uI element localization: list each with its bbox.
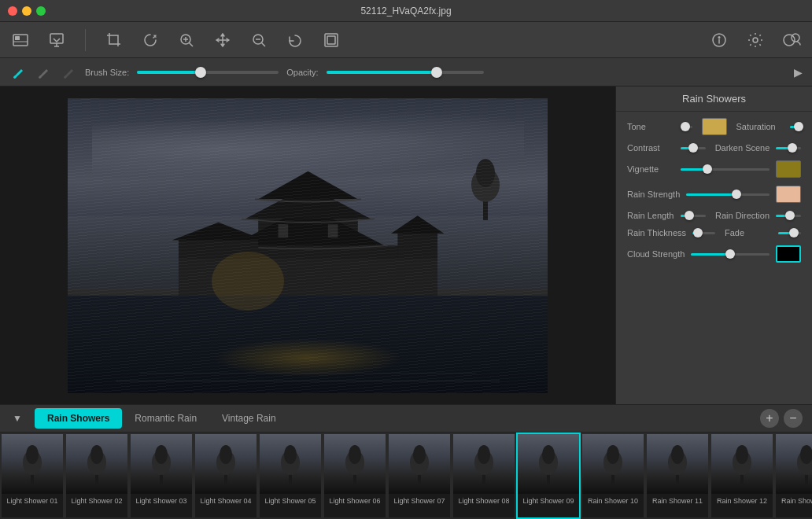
contrast-slider[interactable] [681, 147, 706, 149]
thumbnail-label: Light Shower 02 [66, 494, 127, 517]
rain-thickness-label: Rain Thickness [627, 228, 686, 237]
zoom-in-icon[interactable] [175, 29, 197, 51]
tone-swatch[interactable] [702, 118, 727, 135]
thumbnail-item[interactable]: Rain Shower 10 [581, 432, 645, 519]
heal-icon[interactable] [139, 29, 161, 51]
brush-3-icon[interactable] [60, 64, 77, 81]
traffic-lights [8, 6, 46, 16]
tab-vintage-rain[interactable]: Vintage Rain [209, 408, 289, 429]
thumbnail-item[interactable]: Rain Shower 11 [645, 432, 710, 519]
move-icon[interactable] [212, 29, 234, 51]
cloud-strength-slider[interactable] [691, 253, 770, 256]
rain-thickness-slider[interactable] [692, 232, 715, 234]
thumbnail-label: Light Shower 04 [195, 494, 257, 517]
zoom-out-icon[interactable] [248, 29, 270, 51]
brush-size-label: Brush Size: [85, 68, 129, 77]
svg-rect-29 [327, 224, 338, 237]
brush-1-icon[interactable] [9, 64, 27, 81]
svg-point-16 [753, 38, 758, 42]
add-preset-button[interactable]: + [760, 409, 779, 428]
tone-slider[interactable] [681, 126, 692, 128]
canvas-area [0, 86, 615, 404]
thumbnail-item[interactable]: Light Shower 04 [194, 432, 258, 519]
minimize-button[interactable] [22, 6, 31, 16]
thumbnail-label: Light Shower 06 [324, 494, 386, 517]
rotate-icon[interactable] [284, 29, 306, 51]
thumbnail-item[interactable]: Light Shower 07 [387, 432, 452, 519]
thumbnail-image [131, 434, 192, 494]
thumbnail-label: Light Shower 01 [2, 494, 63, 517]
thumbnail-item[interactable]: Light Shower 03 [129, 432, 194, 519]
brush-2-icon[interactable] [35, 64, 52, 81]
cloud-strength-swatch[interactable] [776, 245, 801, 263]
main-toolbar [0, 22, 812, 58]
thumbnail-label: Light Shower 08 [453, 494, 515, 517]
opacity-slider[interactable] [327, 71, 484, 74]
close-button[interactable] [8, 6, 17, 16]
import-icon[interactable] [46, 29, 68, 51]
svg-marker-33 [390, 215, 444, 234]
canvas-image [68, 98, 548, 393]
opacity-label: Opacity: [286, 68, 318, 77]
fade-label: Fade [725, 228, 772, 237]
settings-icon[interactable] [744, 29, 766, 51]
darken-slider[interactable] [776, 147, 801, 149]
gallery-icon[interactable] [9, 29, 31, 51]
svg-point-15 [718, 36, 720, 38]
thumbnail-item[interactable]: Rain Shower 04 [774, 432, 812, 519]
svg-point-18 [792, 34, 799, 42]
contrast-label: Contrast [627, 143, 674, 153]
effects-icon[interactable] [781, 29, 803, 51]
svg-point-54 [413, 445, 426, 464]
thumbnail-item[interactable]: Light Shower 05 [258, 432, 323, 519]
maximize-button[interactable] [36, 6, 46, 16]
thumbnail-item[interactable]: Rain Shower 12 [710, 432, 774, 519]
thumbnail-label: Light Shower 07 [389, 494, 450, 517]
expand-button[interactable]: ▶ [794, 66, 803, 79]
info-icon[interactable] [708, 29, 730, 51]
thumbnail-item[interactable]: Light Shower 06 [323, 432, 387, 519]
vignette-swatch[interactable] [776, 160, 801, 178]
svg-point-39 [90, 445, 103, 464]
thumbnail-image [453, 434, 515, 494]
toolbar-right-section [708, 29, 803, 51]
right-panel: Rain Showers Tone Saturation Contrast [615, 86, 812, 404]
cloud-strength-label: Cloud Strength [627, 249, 685, 259]
rain-strength-slider[interactable] [686, 193, 770, 196]
svg-point-51 [349, 445, 361, 464]
svg-point-63 [607, 445, 619, 464]
rain-direction-slider[interactable] [776, 215, 801, 217]
darken-label: Darken Scene [715, 143, 770, 153]
saturation-slider[interactable] [790, 126, 802, 128]
content-area: Rain Showers Tone Saturation Contrast [0, 86, 812, 404]
vignette-slider[interactable] [681, 168, 770, 171]
svg-point-36 [26, 445, 39, 464]
svg-rect-12 [327, 36, 335, 44]
thumbnail-item[interactable]: Light Shower 01 [0, 432, 65, 519]
thumbnail-strip: Light Shower 01 Light Shower 02 Light Sh… [0, 432, 812, 519]
contrast-row: Contrast Darken Scene [627, 143, 801, 153]
svg-point-60 [542, 445, 555, 464]
crop-icon[interactable] [103, 29, 125, 51]
collapse-button[interactable]: ▼ [9, 413, 25, 424]
cloud-strength-row: Cloud Strength [627, 245, 801, 263]
thumbnail-item[interactable]: Light Shower 09 [516, 432, 581, 519]
thumbnail-image [324, 434, 386, 494]
fade-slider[interactable] [778, 232, 801, 234]
rain-strength-row: Rain Strength [627, 186, 801, 203]
thumbnail-label: Light Shower 03 [131, 494, 192, 517]
tab-rain-showers[interactable]: Rain Showers [35, 408, 122, 429]
frame-icon[interactable] [320, 29, 342, 51]
thumbnail-item[interactable]: Light Shower 02 [65, 432, 129, 519]
thumbnail-item[interactable]: Light Shower 08 [452, 432, 516, 519]
thumbnail-image [518, 434, 579, 494]
tab-romantic-rain[interactable]: Romantic Rain [122, 408, 209, 429]
remove-preset-button[interactable]: − [784, 409, 803, 428]
rain-length-slider[interactable] [681, 215, 706, 217]
svg-rect-28 [278, 224, 288, 237]
thumbnail-image [776, 434, 812, 494]
rain-thickness-fade-row: Rain Thickness Fade [627, 228, 801, 237]
brush-size-slider[interactable] [137, 71, 279, 74]
preset-tab-bar: ▼ Rain Showers Romantic Rain Vintage Rai… [0, 404, 812, 432]
rain-strength-swatch[interactable] [776, 186, 801, 203]
